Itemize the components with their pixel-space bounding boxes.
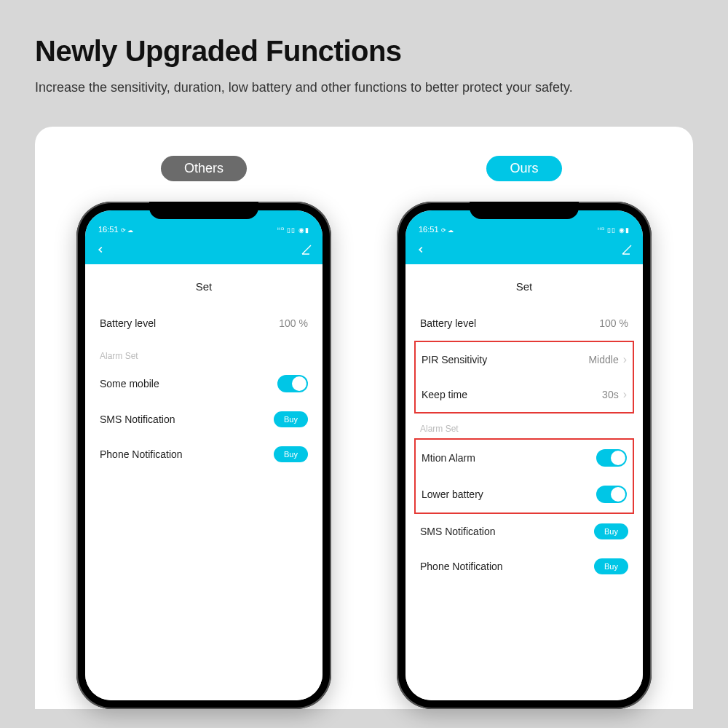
battery-value: 100 % (279, 317, 308, 329)
section-alarm: Alarm Set (85, 341, 323, 365)
app-bar (85, 235, 323, 264)
back-icon[interactable] (416, 245, 426, 255)
row-battery: Battery level 100 % (405, 306, 643, 341)
motion-label: Mtion Alarm (422, 452, 475, 464)
keep-label: Keep time (422, 389, 467, 400)
buy-sms-button[interactable]: Buy (594, 523, 628, 539)
row-motion[interactable]: Mtion Alarm (416, 440, 633, 476)
column-others: Others 16:51 ⟳ ☁ ᴴᴰ ▯▯ ◉▮ (76, 156, 331, 709)
battery-label: Battery level (420, 317, 476, 329)
row-phone[interactable]: Phone Notification Buy (85, 437, 323, 472)
chevron-right-icon: › (623, 354, 627, 365)
edit-icon[interactable] (301, 244, 312, 256)
buy-phone-button[interactable]: Buy (594, 558, 628, 574)
row-sms[interactable]: SMS Notification Buy (85, 402, 323, 437)
sms-label: SMS Notification (420, 526, 495, 537)
keep-value: 30s› (602, 389, 627, 400)
app-bar (405, 235, 643, 264)
notch (149, 202, 258, 219)
chevron-right-icon: › (623, 389, 627, 400)
page-subtitle: Increase the sensitivity, duration, low … (35, 78, 617, 98)
sms-label: SMS Notification (100, 414, 175, 425)
phone-label: Phone Notification (420, 561, 503, 572)
phone-label: Phone Notification (100, 448, 183, 460)
row-some-mobile[interactable]: Some mobile (85, 365, 323, 402)
highlight-sensitivity: PIR Sensitivity Middle› Keep time 30s› (414, 341, 634, 414)
highlight-alarm: Mtion Alarm Lower battery (414, 438, 634, 514)
pill-others: Others (161, 156, 247, 181)
notch (470, 202, 579, 219)
pir-label: PIR Sensitivity (422, 354, 487, 365)
battery-value: 100 % (599, 317, 628, 329)
toggle-some-mobile[interactable] (277, 375, 308, 392)
row-sms[interactable]: SMS Notification Buy (405, 514, 643, 549)
comparison-card: Others 16:51 ⟳ ☁ ᴴᴰ ▯▯ ◉▮ (35, 127, 693, 709)
buy-sms-button[interactable]: Buy (274, 411, 308, 427)
pir-value: Middle› (588, 354, 627, 365)
screen-title: Set (405, 264, 643, 306)
phone-ours: 16:51 ⟳ ☁ ᴴᴰ ▯▯ ◉▮ Set (397, 202, 652, 709)
row-keep-time[interactable]: Keep time 30s› (416, 377, 633, 412)
status-time: 16:51 ⟳ ☁ (419, 225, 454, 234)
back-icon[interactable] (95, 245, 106, 255)
status-icons: ᴴᴰ ▯▯ ◉▮ (598, 226, 630, 234)
row-phone[interactable]: Phone Notification Buy (405, 549, 643, 584)
buy-phone-button[interactable]: Buy (274, 446, 308, 462)
column-ours: Ours 16:51 ⟳ ☁ ᴴᴰ ▯▯ ◉▮ (397, 156, 652, 709)
edit-icon[interactable] (621, 244, 633, 256)
status-time: 16:51 ⟳ ☁ (98, 225, 133, 234)
row-battery: Battery level 100 % (85, 306, 323, 341)
phone-others: 16:51 ⟳ ☁ ᴴᴰ ▯▯ ◉▮ Set (76, 202, 331, 709)
lowbat-label: Lower battery (422, 488, 483, 500)
some-mobile-label: Some mobile (100, 378, 159, 389)
pill-ours: Ours (486, 156, 561, 181)
section-alarm: Alarm Set (405, 414, 643, 438)
page-title: Newly Upgraded Functions (35, 35, 693, 68)
toggle-lower-battery[interactable] (596, 486, 627, 503)
status-icons: ᴴᴰ ▯▯ ◉▮ (277, 226, 309, 234)
screen-title: Set (85, 264, 323, 306)
battery-label: Battery level (100, 317, 156, 329)
toggle-motion[interactable] (596, 449, 627, 467)
row-pir[interactable]: PIR Sensitivity Middle› (416, 342, 633, 377)
row-lower-battery[interactable]: Lower battery (416, 476, 633, 513)
